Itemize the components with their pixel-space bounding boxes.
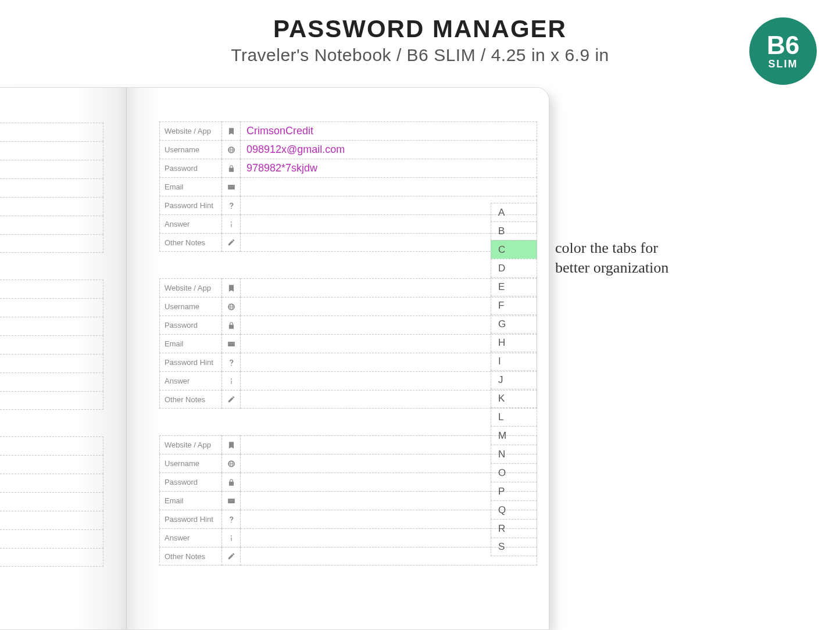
alpha-tab-n[interactable]: N	[491, 445, 537, 463]
info-icon	[222, 528, 241, 547]
password-entry: Website / AppUsernamePasswordEmailPasswo…	[159, 435, 537, 565]
lock-icon	[222, 472, 241, 491]
info-icon	[222, 214, 241, 233]
entry-row: Other Notes	[159, 233, 537, 252]
entry-row: Website / App	[159, 435, 537, 454]
left-page-row	[0, 511, 103, 529]
entry-row: Other Notes	[159, 547, 537, 565]
lock-icon	[222, 316, 241, 334]
badge-top: B6	[767, 33, 799, 58]
alphabet-tabs: ABCDEFGHIJKLMNOPQRS	[491, 203, 537, 556]
left-page-row	[0, 391, 103, 410]
envelope-icon	[222, 334, 241, 353]
entry-row: Password Hint	[159, 353, 537, 371]
left-page-row	[0, 298, 103, 317]
alpha-tab-e[interactable]: E	[491, 277, 537, 296]
b6-slim-badge: B6 SLIM	[749, 17, 817, 85]
entry-row: Answer	[159, 214, 537, 233]
field-label: Password Hint	[159, 196, 222, 214]
left-page-row	[0, 373, 103, 391]
field-label: Password Hint	[159, 510, 222, 528]
field-label: Website / App	[159, 278, 222, 297]
field-label: Email	[159, 334, 222, 353]
alpha-tab-c[interactable]: C	[491, 240, 537, 259]
entry-row: Username	[159, 454, 537, 472]
field-label: Password	[159, 316, 222, 334]
field-label: Password	[159, 159, 222, 177]
entry-row: Username098912x@gmail.com	[159, 140, 537, 159]
notebook-spread: Website / AppCrimsonCreditUsername098912…	[0, 87, 549, 630]
alpha-tab-p[interactable]: P	[491, 482, 537, 500]
alpha-tab-j[interactable]: J	[491, 370, 537, 389]
alpha-tab-b[interactable]: B	[491, 221, 537, 240]
entry-row: Password	[159, 472, 537, 491]
entry-row: Email	[159, 491, 537, 510]
globe-icon	[222, 140, 241, 159]
entry-row: Answer	[159, 371, 537, 390]
alpha-tab-a[interactable]: A	[491, 203, 537, 221]
field-value[interactable]: CrimsonCredit	[241, 121, 537, 140]
left-page-row	[0, 123, 103, 141]
left-page-row	[0, 216, 103, 234]
alpha-tab-r[interactable]: R	[491, 519, 537, 538]
field-label: Username	[159, 140, 222, 159]
left-page-row	[0, 492, 103, 511]
globe-icon	[222, 297, 241, 316]
field-label: Website / App	[159, 121, 222, 140]
left-page-row	[0, 335, 103, 354]
annotation-line: better organization	[555, 258, 669, 278]
bookmark-icon	[222, 278, 241, 297]
left-page-row	[0, 436, 103, 455]
field-label: Website / App	[159, 435, 222, 454]
field-label: Password Hint	[159, 353, 222, 371]
alpha-tab-f[interactable]: F	[491, 296, 537, 314]
alpha-tab-m[interactable]: M	[491, 426, 537, 445]
entry-row: Password Hint	[159, 196, 537, 214]
entry-row: Password Hint	[159, 510, 537, 528]
field-value[interactable]: 098912x@gmail.com	[241, 140, 537, 159]
question-icon	[222, 353, 241, 371]
entry-row: Answer	[159, 528, 537, 547]
page-subtitle: Traveler's Notebook / B6 SLIM / 4.25 in …	[0, 45, 840, 65]
left-page-row	[0, 548, 103, 567]
left-page-row	[0, 197, 103, 216]
pencil-icon	[222, 547, 241, 565]
left-page-row	[0, 455, 103, 474]
envelope-icon	[222, 491, 241, 510]
password-entry: Website / AppCrimsonCreditUsername098912…	[159, 121, 537, 252]
badge-bottom: SLIM	[768, 58, 798, 70]
alpha-tab-l[interactable]: L	[491, 407, 537, 426]
page-title: PASSWORD MANAGER	[0, 15, 840, 43]
bookmark-icon	[222, 435, 241, 454]
left-page	[0, 88, 127, 629]
field-value[interactable]	[241, 177, 537, 196]
alpha-tab-o[interactable]: O	[491, 463, 537, 482]
page-header: PASSWORD MANAGER Traveler's Notebook / B…	[0, 0, 840, 65]
pencil-icon	[222, 390, 241, 409]
alpha-tab-k[interactable]: K	[491, 389, 537, 407]
alpha-tab-h[interactable]: H	[491, 333, 537, 352]
question-icon	[222, 510, 241, 528]
alpha-tab-s[interactable]: S	[491, 538, 537, 556]
left-page-row	[0, 317, 103, 335]
question-icon	[222, 196, 241, 214]
field-label: Other Notes	[159, 390, 222, 409]
alpha-tab-d[interactable]: D	[491, 259, 537, 277]
left-page-row	[0, 474, 103, 492]
field-label: Password	[159, 472, 222, 491]
field-label: Answer	[159, 528, 222, 547]
alpha-tab-q[interactable]: Q	[491, 500, 537, 519]
password-entry: Website / AppUsernamePasswordEmailPasswo…	[159, 278, 537, 409]
left-page-row	[0, 160, 103, 178]
lock-icon	[222, 159, 241, 177]
alpha-tab-g[interactable]: G	[491, 314, 537, 333]
entry-row: Other Notes	[159, 390, 537, 409]
entry-row: Password978982*7skjdw	[159, 159, 537, 177]
field-value[interactable]: 978982*7skjdw	[241, 159, 537, 177]
annotation-line: color the tabs for	[555, 238, 669, 258]
alpha-tab-i[interactable]: I	[491, 352, 537, 370]
left-page-row	[0, 178, 103, 197]
field-label: Answer	[159, 214, 222, 233]
left-page-row	[0, 529, 103, 548]
left-page-row	[0, 234, 103, 253]
